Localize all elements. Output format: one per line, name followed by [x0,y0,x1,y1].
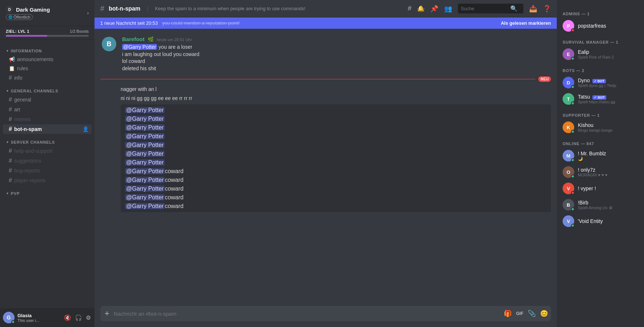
channel-memes[interactable]: # memes [3,115,92,124]
barefoot-avatar: B [102,37,116,51]
member-birb[interactable]: B !Birb Spielt Among Us 🖥 [560,197,641,213]
tatsu-avatar: T [563,93,574,105]
channel-player-reports[interactable]: # player-reports [3,176,92,185]
general-hash-icon: # [9,96,12,103]
user-online-status [11,320,15,324]
ealip-activity: Spielt Risk of Rain 2 [578,55,638,59]
channel-bug-reports[interactable]: # bug-reports [3,166,92,175]
emoji-button[interactable]: 😊 [540,310,548,318]
boost-bar-container [6,35,89,37]
channel-suggestions[interactable]: # suggestions [3,156,92,166]
popstarfreas-avatar: P [563,20,574,32]
member-kishou[interactable]: K Kishou Bingo bango bongo [560,119,641,135]
member-tatsu[interactable]: T Tatsu ✓ BOT Spielt https://tatsu.gg [560,91,641,107]
member-popstarfreas[interactable]: P popstarfreas [560,18,641,34]
category-server[interactable]: ▼ SERVER CHANNELS [0,134,94,146]
channel-general[interactable]: # general [3,95,92,104]
search-box[interactable]: 🔍 [458,4,523,13]
author-leaf-icon: 🌿 [148,36,154,42]
members-sidebar: ADMINS — 1 P popstarfreas SURVIVAL MANAG… [557,0,644,327]
mention-coward-line-3: @Garry Pottercoward [125,184,547,193]
ealip-avatar: E [563,48,574,60]
chat-input-box: + 🎁 GIF 📎 😊 [100,306,551,321]
gif-button[interactable]: GIF [516,311,523,316]
vyper-status [571,191,575,195]
channel-announcements[interactable]: 📢 announcements [3,55,92,64]
void-entity-avatar: V [563,215,574,227]
sidebar-username: Glasia [17,313,60,318]
message-header: Barefoot 🌿 heute um 20:51 Uhr [122,36,551,42]
online-category: ONLINE — 847 [557,136,644,147]
mrbumblz-name: ! Mr. Bumblz [578,151,638,156]
only7z-avatar: O [563,166,574,178]
channel-name-header: bot-n-spam [109,5,140,12]
new-message-banner: 1 neue Nachricht seit 20:53 you could me… [94,17,557,29]
birb-info: !Birb Spielt Among Us 🖥 [578,200,638,210]
channel-list: ▼ INFORMATION 📢 announcements 📋 rules # … [0,40,94,308]
chat-text-input[interactable] [114,307,501,321]
kishou-status [571,130,575,133]
category-arrow-general: ▼ [6,89,9,93]
channel-help-support[interactable]: # help-and-support [3,146,92,156]
dyno-bot-badge: ✓ BOT [592,79,606,83]
member-ealip[interactable]: E Ealip Spielt Risk of Rain 2 [560,46,641,62]
upload-button[interactable]: 📎 [528,310,536,318]
message-line-2: i am laughing out loud you coward [122,51,551,58]
member-only7z[interactable]: O ! only7z MORAGRI ♥ ♥ ♥ [560,164,641,180]
supporter-category: SUPPORTER — 1 [557,107,644,119]
dyno-info: Dyno ✓ BOT Spielt dyno.gg | ?help [578,77,638,88]
chat-messages[interactable]: B Barefoot 🌿 heute um 20:51 Uhr @Garry P… [94,29,557,306]
void-entity-status [571,224,575,227]
channel-info[interactable]: # info [3,73,92,83]
sidebar-user-avatar: G [3,312,15,323]
help-icon[interactable]: ❓ [543,5,551,13]
sidebar-user-info: Glasia This user i... [17,313,60,323]
channels-icon[interactable]: # [408,5,411,12]
ealip-status [571,57,575,60]
ealip-info: Ealip Spielt Risk of Rain 2 [578,49,638,59]
search-input[interactable] [461,6,508,11]
channel-art[interactable]: # art [3,105,92,114]
add-attachment-button[interactable]: + [103,306,111,321]
avatar-discord-icon: B [107,40,112,48]
server-dropdown-arrow[interactable]: › [87,11,89,16]
header-divider: | [147,5,148,12]
member-void-entity[interactable]: V 'Void Entity [560,213,641,229]
members-list-icon[interactable]: 👥 [444,5,452,13]
channel-bot-n-spam[interactable]: # bot-n-spam 👤 [3,124,92,134]
deafen-button[interactable]: 🎧 [74,314,83,322]
notification-bell-icon[interactable]: 🔔 [417,5,424,12]
hash-icon: # [9,75,12,81]
server-header[interactable]: D Dark Gaming 🌐 Öffentlich › [0,0,94,26]
only7z-info: ! only7z MORAGRI ♥ ♥ ♥ [578,167,638,177]
category-arrow-server: ▼ [6,140,9,144]
void-entity-name: 'Void Entity [578,218,638,224]
user-settings-button[interactable]: ⚙ [85,314,92,322]
member-dyno[interactable]: D Dyno ✓ BOT Spielt dyno.gg | ?help [560,75,641,91]
channel-rules[interactable]: 📋 rules [3,64,92,73]
tatsu-bot-badge: ✓ BOT [592,95,606,100]
mrbumblz-info: ! Mr. Bumblz 🌙 [578,151,638,161]
kishou-activity: Bingo bango bongo [578,128,638,132]
gift-button[interactable]: 🎁 [504,310,512,318]
member-vyper[interactable]: V ! vyper ! [560,180,641,196]
mention-spam-block: @Garry Potter @Garry Potter @Garry Potte… [121,104,551,212]
category-general[interactable]: ▼ GENERAL CHANNELS [0,83,94,95]
pin-icon[interactable]: 📌 [430,5,438,13]
popstarfreas-info: popstarfreas [578,23,638,29]
category-pvp[interactable]: ▼ PVP [0,186,94,197]
mention-garry-1[interactable]: @Garry Potter [122,44,157,50]
mute-button[interactable]: 🔇 [63,314,72,322]
bot-spam-hash-icon: # [9,126,12,132]
sidebar: D Dark Gaming 🌐 Öffentlich › ZIEL: LVL 1… [0,0,94,327]
author-name[interactable]: Barefoot [122,36,145,42]
member-mrbumblz[interactable]: M ! Mr. Bumblz 🌙 [560,148,641,164]
category-information[interactable]: ▼ INFORMATION [0,43,94,55]
mrbumblz-activity: 🌙 [578,156,638,161]
boost-count[interactable]: 1/2 Boosts [70,29,89,33]
mention-spam-line-4: @Garry Potter [125,132,547,141]
bot-spam-extra-icon: 👤 [82,126,89,132]
mark-read-button[interactable]: Als gelesen markieren [501,20,551,26]
inbox-icon[interactable]: 📥 [529,5,537,13]
barefoot-message-content: Barefoot 🌿 heute um 20:51 Uhr @Garry Pot… [122,36,551,72]
